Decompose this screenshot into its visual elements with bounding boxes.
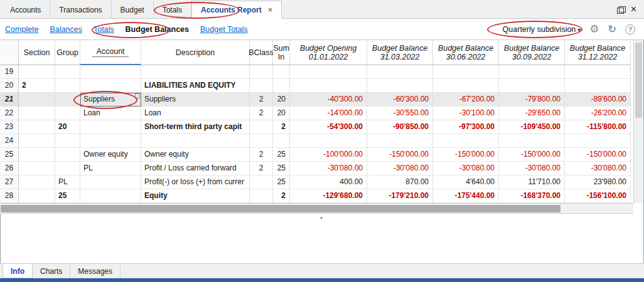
cell-bclass[interactable] — [250, 189, 273, 203]
help-icon[interactable]: ? — [625, 24, 635, 34]
cell-amount[interactable]: -14'000.00 — [290, 107, 367, 120]
cell-description[interactable]: Short-term third party capit — [141, 120, 250, 134]
cell-group[interactable] — [55, 162, 80, 175]
row-number[interactable]: 20 — [0, 79, 19, 93]
cell-account[interactable] — [80, 175, 141, 189]
cell-account[interactable]: Owner equity — [80, 148, 141, 162]
column-header-v3[interactable]: Budget Balance30.09.2022 — [499, 40, 565, 65]
column-header-description[interactable]: Description — [141, 40, 250, 65]
cell-amount[interactable] — [499, 79, 565, 93]
column-header-bclass[interactable]: BClass — [250, 40, 273, 65]
cell-amount[interactable]: -89'600.00 — [565, 93, 631, 107]
cell-sum-in[interactable]: 20 — [273, 93, 290, 107]
cell-account[interactable] — [80, 134, 141, 148]
cell-section[interactable] — [19, 120, 55, 134]
refresh-icon[interactable]: ↻ — [608, 23, 616, 35]
row-number[interactable]: 22 — [0, 107, 19, 120]
cell-group[interactable] — [55, 148, 80, 162]
cell-amount[interactable]: -150'000.00 — [565, 148, 631, 162]
cell-amount[interactable] — [565, 65, 631, 79]
cell-amount[interactable]: -179'210.00 — [367, 189, 433, 203]
cell-amount[interactable]: -129'680.00 — [290, 189, 367, 203]
tab-transactions[interactable]: Transactions — [50, 1, 111, 19]
splitter-handle-icon[interactable]: ▾ — [313, 215, 330, 222]
cell-bclass[interactable]: 2 — [250, 162, 273, 175]
cell-amount[interactable] — [367, 79, 433, 93]
cell-section[interactable] — [19, 189, 55, 203]
cell-amount[interactable]: -30'100.00 — [433, 107, 499, 120]
cell-description[interactable]: Owner equity — [141, 148, 250, 162]
cell-amount[interactable] — [290, 79, 367, 93]
cell-account[interactable]: Suppliers — [80, 93, 141, 107]
column-header-v4[interactable]: Budget Balance31.12.2022 — [565, 40, 631, 65]
row-number[interactable]: 26 — [0, 162, 19, 175]
restore-window-icon[interactable] — [617, 6, 625, 13]
cell-amount[interactable]: -156'100.00 — [565, 189, 631, 203]
cell-bclass[interactable] — [250, 175, 273, 189]
vertical-scrollbar[interactable] — [633, 40, 643, 203]
cell-amount[interactable]: -40'300.00 — [290, 93, 367, 107]
cell-amount[interactable] — [290, 65, 367, 79]
cell-amount[interactable] — [433, 65, 499, 79]
cell-section[interactable] — [19, 175, 55, 189]
column-header-v0[interactable]: Budget Opening01.01.2022 — [290, 40, 367, 65]
bottom-tab-info[interactable]: Info — [3, 264, 33, 278]
window-close-icon[interactable]: × — [628, 1, 639, 18]
cell-amount[interactable] — [290, 134, 367, 148]
cell-sum-in[interactable]: 25 — [273, 148, 290, 162]
cell-amount[interactable]: 870.00 — [367, 175, 433, 189]
tab-accounts[interactable]: Accounts — [1, 1, 50, 19]
tab-accounts-report[interactable]: Accounts Report× — [191, 1, 282, 19]
cell-amount[interactable] — [565, 79, 631, 93]
cell-amount[interactable]: -79'800.00 — [499, 93, 565, 107]
cell-amount[interactable]: -97'300.00 — [433, 120, 499, 134]
cell-group[interactable]: 20 — [55, 120, 80, 134]
row-number[interactable]: 23 — [0, 120, 19, 134]
row-number[interactable]: 24 — [0, 134, 19, 148]
cell-sum-in[interactable] — [273, 134, 290, 148]
cell-amount[interactable]: 400.00 — [290, 175, 367, 189]
cell-sum-in[interactable]: 25 — [273, 162, 290, 175]
cell-account[interactable]: Loan — [80, 107, 141, 120]
cell-sum-in[interactable]: 20 — [273, 107, 290, 120]
cell-amount[interactable] — [367, 65, 433, 79]
cell-bclass[interactable] — [250, 120, 273, 134]
report-link-complete[interactable]: Complete — [5, 25, 39, 34]
cell-group[interactable] — [55, 93, 80, 107]
cell-amount[interactable]: -150'000.00 — [499, 148, 565, 162]
cell-section[interactable] — [19, 93, 55, 107]
cell-amount[interactable]: -30'080.00 — [367, 162, 433, 175]
cell-section[interactable]: 2 — [19, 79, 55, 93]
cell-amount[interactable]: -26'200.00 — [565, 107, 631, 120]
cell-section[interactable] — [19, 134, 55, 148]
column-header-v1[interactable]: Budget Balance31.03.2022 — [367, 40, 433, 65]
cell-group[interactable]: PL — [55, 175, 80, 189]
cell-sum-in[interactable]: 25 — [273, 175, 290, 189]
cell-amount[interactable]: -30'080.00 — [290, 162, 367, 175]
row-number-corner[interactable] — [0, 40, 19, 65]
row-number[interactable]: 28 — [0, 189, 19, 203]
cell-amount[interactable]: -109'450.00 — [499, 120, 565, 134]
cell-account[interactable]: PL — [80, 162, 141, 175]
tab-budget[interactable]: Budget — [112, 1, 154, 19]
cell-amount[interactable] — [367, 134, 433, 148]
cell-amount[interactable]: 11'710.00 — [499, 175, 565, 189]
cell-description[interactable]: Suppliers — [141, 93, 250, 107]
tab-close-icon[interactable]: × — [268, 5, 273, 14]
subdivision-dropdown[interactable]: Quarterly subdivision▾ — [503, 25, 581, 34]
cell-account[interactable] — [80, 120, 141, 134]
cell-description[interactable]: Loan — [141, 107, 250, 120]
column-header-account[interactable]: Account — [80, 40, 141, 65]
cell-section[interactable] — [19, 162, 55, 175]
cell-section[interactable] — [19, 65, 55, 79]
cell-group[interactable] — [55, 65, 80, 79]
cell-section[interactable] — [19, 107, 55, 120]
cell-description[interactable]: Equity — [141, 189, 250, 203]
vertical-scrollbar-thumb[interactable] — [635, 43, 642, 118]
cell-amount[interactable]: -150'000.00 — [367, 148, 433, 162]
cell-amount[interactable]: -150'000.00 — [433, 148, 499, 162]
cell-amount[interactable]: -175'440.00 — [433, 189, 499, 203]
cell-account[interactable] — [80, 189, 141, 203]
tab-totals[interactable]: Totals — [154, 1, 191, 19]
column-header-v2[interactable]: Budget Balance30.06.2022 — [433, 40, 499, 65]
